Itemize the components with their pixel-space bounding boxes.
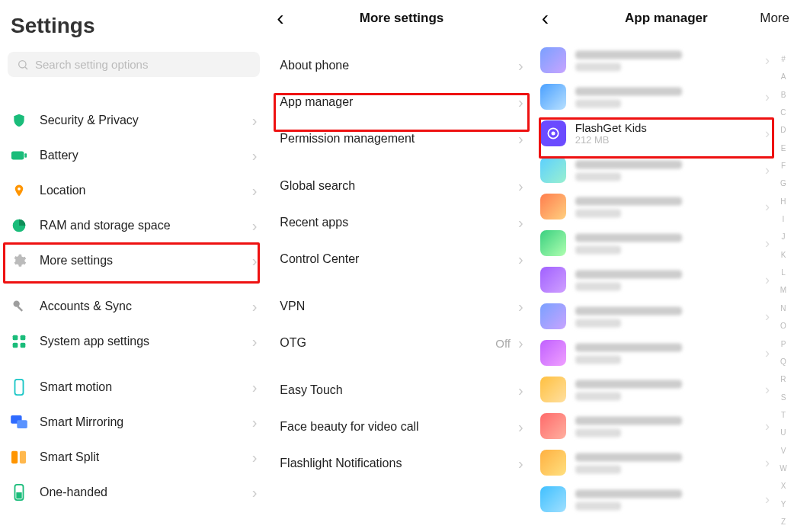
settings-row-smartsplit[interactable]: Smart Split › (6, 440, 261, 475)
settings-row-more[interactable]: More settings › (6, 243, 261, 278)
row-label: Permission management (280, 132, 518, 146)
app-row-blurred[interactable]: ..› (536, 298, 774, 335)
alpha-index-letter[interactable]: B (777, 91, 789, 99)
alpha-index-letter[interactable]: N (777, 304, 789, 312)
app-row-blurred[interactable]: .47.47 MB› (536, 42, 774, 79)
alpha-index-letter[interactable]: X (777, 482, 789, 490)
chevron-right-icon: › (518, 215, 523, 230)
alpha-index[interactable]: #ABCDEFGHIJKLMNOPQRSTUVWXYZ (777, 55, 789, 526)
alpha-index-letter[interactable]: J (777, 232, 789, 241)
alpha-index-letter[interactable]: C (777, 108, 789, 117)
row-label: Accounts & Sync (40, 300, 252, 313)
alpha-index-letter[interactable]: K (777, 251, 789, 259)
more-button[interactable]: More (760, 11, 789, 26)
more-row-about[interactable]: About phone› (274, 47, 529, 84)
alpha-index-letter[interactable]: F (777, 162, 789, 170)
panel-header: ‹ More settings (274, 0, 529, 37)
app-row-blurred[interactable]: ..› (536, 481, 774, 518)
chevron-right-icon: › (518, 95, 523, 110)
settings-row-smartmotion[interactable]: Smart motion › (6, 370, 261, 405)
row-label: Face beauty for video call (280, 420, 518, 434)
alpha-index-letter[interactable]: U (777, 428, 789, 437)
more-row-globalsearch[interactable]: Global search› (274, 168, 529, 204)
alpha-index-letter[interactable]: O (777, 322, 789, 330)
more-settings-panel: ‹ More settings About phone› App manager… (267, 0, 535, 532)
app-row-blurred[interactable]: ..› (536, 152, 774, 188)
alpha-index-letter[interactable]: I (777, 215, 789, 223)
app-row-blurred[interactable]: ..› (536, 79, 774, 115)
row-label: VPN (280, 300, 518, 313)
svg-rect-16 (20, 451, 26, 463)
chevron-right-icon: › (518, 58, 523, 73)
alpha-index-letter[interactable]: Z (777, 518, 789, 526)
settings-row-security[interactable]: Security & Privacy › (6, 103, 261, 138)
app-list: .47.47 MB› ..› FlashGet Kids 212 MB › ..… (536, 42, 774, 532)
settings-row-battery[interactable]: Battery › (6, 138, 261, 173)
app-icon (540, 450, 566, 476)
app-icon (540, 486, 566, 512)
app-row-blurred[interactable]: ..› (536, 261, 774, 298)
more-row-otg[interactable]: OTGOff› (274, 325, 529, 361)
svg-rect-10 (13, 343, 18, 348)
chevron-right-icon: › (252, 183, 258, 198)
app-row-blurred[interactable]: ..› (536, 444, 774, 481)
alpha-index-letter[interactable]: P (777, 340, 789, 348)
settings-row-sysapps[interactable]: System app settings › (6, 324, 261, 359)
more-row-vpn[interactable]: VPN› (274, 288, 529, 325)
app-row-blurred[interactable]: ..› (536, 408, 774, 444)
alpha-index-letter[interactable]: E (777, 144, 789, 152)
battery-icon (11, 147, 27, 164)
app-row-blurred[interactable]: ..› (536, 371, 774, 408)
settings-row-location[interactable]: Location › (6, 173, 261, 208)
alpha-index-letter[interactable]: W (777, 464, 789, 473)
more-row-permission[interactable]: Permission management› (274, 120, 529, 157)
row-label: RAM and storage space (40, 219, 252, 232)
row-label: Battery (40, 149, 252, 162)
svg-line-1 (25, 67, 27, 69)
search-input[interactable]: Search setting options (8, 52, 260, 77)
chevron-right-icon: › (252, 299, 258, 314)
chevron-right-icon: › (252, 253, 258, 268)
svg-rect-11 (21, 343, 26, 348)
alpha-index-letter[interactable]: G (777, 179, 789, 187)
alpha-index-letter[interactable]: R (777, 375, 789, 383)
back-button[interactable]: ‹ (542, 6, 549, 30)
app-row-flashget[interactable]: FlashGet Kids 212 MB › (536, 115, 774, 152)
row-label: App manager (280, 95, 518, 109)
alpha-index-letter[interactable]: A (777, 72, 789, 81)
back-button[interactable]: ‹ (277, 6, 283, 30)
alpha-index-letter[interactable]: # (777, 55, 789, 63)
settings-row-accounts[interactable]: Accounts & Sync › (6, 289, 261, 324)
chevron-right-icon: › (765, 492, 770, 506)
app-row-blurred[interactable]: ..› (536, 188, 774, 225)
search-icon (17, 59, 29, 71)
alpha-index-letter[interactable]: H (777, 197, 789, 206)
app-row-blurred[interactable]: ..› (536, 335, 774, 371)
alpha-index-letter[interactable]: T (777, 411, 789, 419)
more-row-facebeauty[interactable]: Face beauty for video call› (274, 409, 529, 445)
more-row-controlcenter[interactable]: Control Center› (274, 241, 529, 277)
settings-row-onehanded[interactable]: One-handed › (6, 475, 261, 510)
chevron-right-icon: › (765, 236, 770, 250)
app-row-blurred[interactable]: ..› (536, 225, 774, 261)
chevron-right-icon: › (518, 456, 523, 471)
settings-row-ram[interactable]: RAM and storage space › (6, 208, 261, 243)
svg-rect-7 (17, 306, 23, 312)
more-row-recentapps[interactable]: Recent apps› (274, 204, 529, 241)
row-label: Recent apps (280, 216, 518, 229)
row-value: Off (495, 337, 511, 350)
more-row-appmanager[interactable]: App manager› (274, 84, 529, 120)
alpha-index-letter[interactable]: V (777, 447, 789, 455)
row-label: One-handed (40, 486, 252, 499)
settings-row-mirroring[interactable]: Smart Mirroring › (6, 405, 261, 440)
more-row-easytouch[interactable]: Easy Touch› (274, 372, 529, 409)
alpha-index-letter[interactable]: Q (777, 357, 789, 366)
more-row-flashlight[interactable]: Flashlight Notifications› (274, 445, 529, 482)
alpha-index-letter[interactable]: D (777, 126, 789, 134)
row-label: Security & Privacy (40, 114, 252, 127)
alpha-index-letter[interactable]: S (777, 393, 789, 402)
alpha-index-letter[interactable]: L (777, 268, 789, 277)
chevron-right-icon: › (765, 127, 770, 140)
alpha-index-letter[interactable]: Y (777, 500, 789, 508)
alpha-index-letter[interactable]: M (777, 286, 789, 294)
